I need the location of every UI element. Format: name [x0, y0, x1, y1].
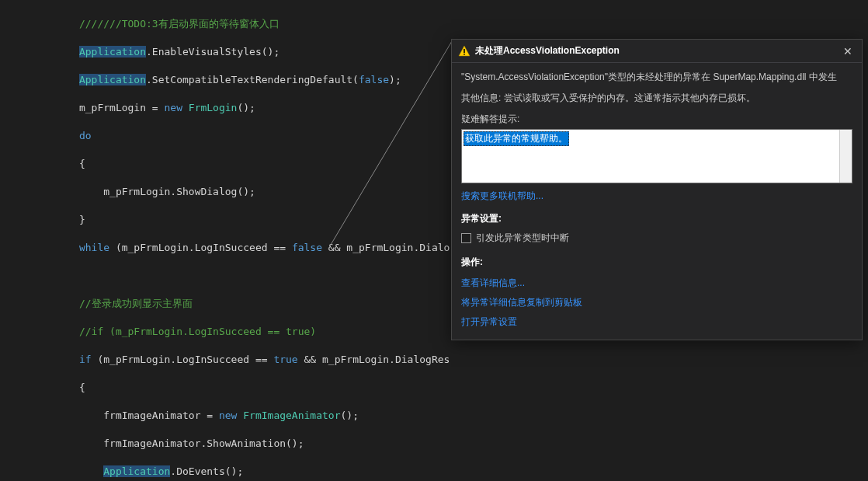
indent	[6, 382, 79, 393]
brace: }	[79, 214, 85, 225]
code-text: m_pFrmLogin =	[79, 102, 165, 113]
exception-settings-section: 异常设置: 引发此异常类型时中断	[461, 212, 852, 246]
indent	[6, 18, 79, 30]
view-details-link[interactable]: 查看详细信息...	[461, 274, 852, 293]
hint-listbox[interactable]: 获取此异常的常规帮助。	[461, 129, 852, 183]
type-frmlogin: FrmLogin	[189, 102, 238, 113]
indent	[6, 410, 79, 421]
code-text: (m_pFrmLogin.LogInSucceed ==	[109, 242, 292, 253]
kw-new: new	[219, 410, 237, 421]
indent	[6, 326, 79, 337]
code-text: && m_pFrmLogin.Dialo	[322, 242, 450, 253]
code-text: ();	[340, 410, 358, 421]
code-text: && m_pFrmLogin.DialogRes	[298, 354, 450, 365]
indent	[6, 74, 79, 85]
code-text: .EnableVisualStyles();	[146, 46, 279, 58]
type-application: Application	[79, 46, 146, 58]
kw-while: while	[79, 242, 109, 253]
copy-details-link[interactable]: 将异常详细信息复制到剪贴板	[461, 293, 852, 312]
code-text: frmImageAnimator.ShowAnimation();	[79, 437, 304, 449]
kw-false: false	[292, 242, 322, 253]
comment: //if (m_pFrmLogin.LogInSucceed == true)	[79, 326, 316, 337]
indent	[6, 46, 79, 58]
code-text: frmImageAnimator =	[79, 410, 219, 421]
break-on-throw-checkbox[interactable]: 引发此异常类型时中断	[461, 230, 852, 246]
kw-new: new	[165, 102, 182, 113]
exception-message-2: 其他信息: 尝试读取或写入受保护的内存。这通常指示其他内存已损坏。	[461, 92, 852, 105]
brace: {	[79, 382, 85, 393]
popup-header: 未处理AccessViolationException ✕	[452, 40, 862, 63]
type-application: Application	[79, 74, 146, 85]
indent	[6, 158, 79, 169]
comment: //登录成功则显示主界面	[79, 298, 193, 309]
settings-title: 异常设置:	[461, 212, 852, 225]
indent	[6, 298, 79, 309]
indent	[6, 130, 79, 141]
indent	[6, 214, 79, 225]
svg-rect-2	[464, 54, 465, 55]
indent	[6, 437, 79, 449]
hint-label: 疑难解答提示:	[461, 113, 852, 126]
warning-icon	[458, 45, 470, 58]
code-text: m_pFrmLogin.ShowDialog();	[79, 186, 255, 197]
exception-message-1: "System.AccessViolationException"类型的未经处理…	[461, 71, 852, 84]
indent	[6, 242, 79, 253]
actions-section: 操作: 查看详细信息... 将异常详细信息复制到剪贴板 打开异常设置	[461, 256, 852, 332]
code-text: );	[389, 74, 401, 85]
brace: {	[79, 158, 85, 169]
svg-rect-1	[464, 49, 465, 53]
kw-true: true	[273, 354, 297, 365]
search-online-link[interactable]: 搜索更多联机帮助...	[461, 190, 543, 201]
type-application: Application	[103, 465, 170, 477]
checkbox-label: 引发此异常类型时中断	[476, 232, 569, 245]
scrollbar[interactable]	[839, 130, 852, 183]
checkbox-icon	[461, 233, 471, 243]
indent	[6, 186, 79, 197]
code-text: ();	[237, 102, 255, 113]
popup-body: "System.AccessViolationException"类型的未经处理…	[452, 63, 862, 340]
kw-if: if	[79, 354, 92, 365]
indent	[6, 465, 103, 477]
code-text: (m_pFrmLogin.LogInSucceed ==	[92, 354, 274, 365]
actions-title: 操作:	[461, 256, 852, 269]
kw-do: do	[79, 130, 92, 141]
kw-false: false	[359, 74, 389, 85]
hint-item-selected[interactable]: 获取此异常的常规帮助。	[464, 131, 569, 146]
comment-todo: ///////TODO:3有启动界面的等待窗体入口	[79, 18, 279, 30]
indent	[6, 354, 79, 365]
open-exception-settings-link[interactable]: 打开异常设置	[461, 312, 852, 332]
code-text: .DoEvents();	[170, 465, 243, 477]
code-text: .SetCompatibleTextRenderingDefault(	[146, 74, 359, 85]
indent	[6, 102, 79, 113]
exception-popup: 未处理AccessViolationException ✕ "System.Ac…	[451, 39, 863, 340]
space	[182, 102, 189, 113]
popup-title: 未处理AccessViolationException	[475, 44, 840, 58]
type-frmia: FrmImageAnimator	[243, 410, 340, 421]
close-button[interactable]: ✕	[840, 45, 856, 58]
